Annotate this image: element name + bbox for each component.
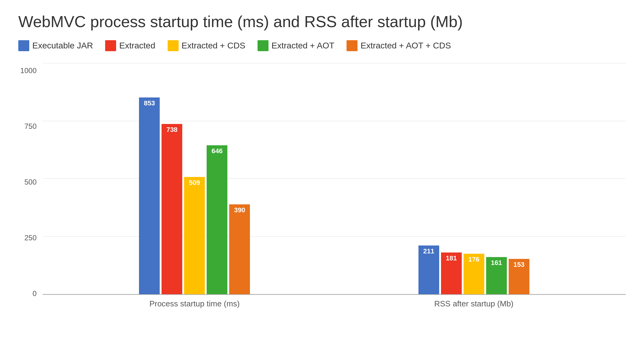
bar-exec-jar: 853 xyxy=(139,97,160,295)
bar-value-extracted-cds: 509 xyxy=(184,177,205,187)
bar-wrap-extracted-aot: 161 xyxy=(486,63,507,294)
bar-extracted: 181 xyxy=(441,252,462,294)
bar-value-extracted: 181 xyxy=(441,252,462,262)
bar-wrap-extracted: 738 xyxy=(162,63,182,294)
legend-label-extracted-cds: Extracted + CDS xyxy=(182,41,245,51)
bar-wrap-extracted-aot-cds: 390 xyxy=(229,63,250,294)
y-label-1000: 1000 xyxy=(20,66,37,75)
legend: Executable JAR Extracted Extracted + CDS… xyxy=(18,40,626,51)
bar-value-extracted-aot: 161 xyxy=(486,257,507,267)
chart-title: WebMVC process startup time (ms) and RSS… xyxy=(18,12,626,31)
legend-label-extracted-aot: Extracted + AOT xyxy=(272,41,334,51)
bar-extracted-cds: 509 xyxy=(184,177,205,295)
bar-wrap-extracted-aot: 646 xyxy=(207,63,227,294)
bar-extracted: 738 xyxy=(162,124,182,294)
legend-item-extracted-cds: Extracted + CDS xyxy=(168,40,245,51)
groups-container: 853738509646390211181176161153 xyxy=(43,63,626,294)
bar-value-extracted: 738 xyxy=(162,124,182,134)
bar-value-exec-jar: 853 xyxy=(139,97,160,107)
bar-extracted-aot-cds: 153 xyxy=(509,259,529,294)
legend-swatch-extracted xyxy=(105,40,116,51)
legend-swatch-extracted-cds xyxy=(168,40,179,51)
legend-label-extracted-aot-cds: Extracted + AOT + CDS xyxy=(361,41,451,51)
chart-inner: 853738509646390211181176161153 Process s… xyxy=(43,63,626,313)
bar-exec-jar: 211 xyxy=(418,245,439,294)
bar-value-extracted-aot: 646 xyxy=(207,145,227,155)
legend-item-extracted-aot-cds: Extracted + AOT + CDS xyxy=(347,40,451,51)
legend-item-exec-jar: Executable JAR xyxy=(18,40,93,51)
x-axis: Process startup time (ms)RSS after start… xyxy=(43,295,626,313)
x-label-startup-time: Process startup time (ms) xyxy=(55,295,334,313)
x-label-rss: RSS after startup (Mb) xyxy=(334,295,614,313)
y-label-750: 750 xyxy=(24,122,37,131)
y-label-0: 0 xyxy=(33,289,37,298)
bar-extracted-aot: 646 xyxy=(207,145,227,295)
bar-extracted-aot: 161 xyxy=(486,257,507,294)
bar-wrap-extracted-cds: 176 xyxy=(464,63,484,294)
plot-area: 853738509646390211181176161153 xyxy=(43,63,626,295)
legend-swatch-exec-jar xyxy=(18,40,29,51)
bar-wrap-exec-jar: 211 xyxy=(418,63,439,294)
bar-wrap-extracted-aot-cds: 153 xyxy=(509,63,529,294)
bar-value-exec-jar: 211 xyxy=(418,245,439,255)
bar-wrap-exec-jar: 853 xyxy=(139,63,160,294)
legend-item-extracted: Extracted xyxy=(105,40,155,51)
bar-group-rss: 211181176161153 xyxy=(334,63,614,294)
y-label-500: 500 xyxy=(24,178,37,186)
bar-value-extracted-aot-cds: 153 xyxy=(509,259,529,269)
legend-swatch-extracted-aot-cds xyxy=(347,40,358,51)
bar-wrap-extracted-cds: 509 xyxy=(184,63,205,294)
bar-value-extracted-cds: 176 xyxy=(464,254,484,263)
legend-label-extracted: Extracted xyxy=(119,41,155,51)
bar-group-startup-time: 853738509646390 xyxy=(55,63,334,294)
y-label-250: 250 xyxy=(24,234,37,242)
bar-value-extracted-aot-cds: 390 xyxy=(229,204,250,214)
bar-wrap-extracted: 181 xyxy=(441,63,462,294)
bar-extracted-cds: 176 xyxy=(464,254,484,294)
legend-swatch-extracted-aot xyxy=(258,40,269,51)
y-axis: 10007505002500 xyxy=(18,63,43,313)
chart-area: 10007505002500 8537385096463902111811761… xyxy=(18,63,626,313)
legend-item-extracted-aot: Extracted + AOT xyxy=(258,40,334,51)
bar-extracted-aot-cds: 390 xyxy=(229,204,250,295)
legend-label-exec-jar: Executable JAR xyxy=(32,41,93,51)
